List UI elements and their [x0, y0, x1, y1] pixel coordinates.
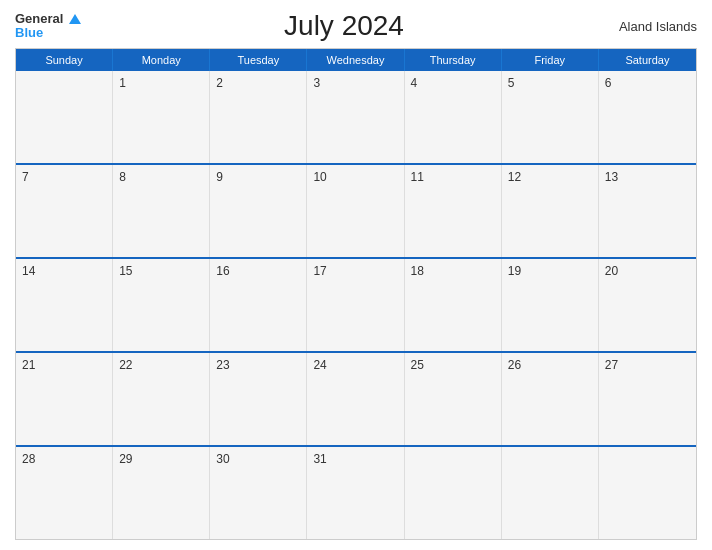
logo-general-text: General	[15, 11, 63, 26]
cal-cell-w0-d0	[16, 71, 113, 163]
day-number: 21	[22, 358, 35, 372]
calendar-week-1: 123456	[16, 71, 696, 163]
day-number: 4	[411, 76, 418, 90]
day-number: 20	[605, 264, 618, 278]
cal-cell-w0-d1: 1	[113, 71, 210, 163]
cal-cell-w1-d2: 9	[210, 165, 307, 257]
cal-cell-w0-d2: 2	[210, 71, 307, 163]
cal-cell-w3-d6: 27	[599, 353, 696, 445]
cal-cell-w1-d6: 13	[599, 165, 696, 257]
cal-cell-w2-d5: 19	[502, 259, 599, 351]
day-number: 30	[216, 452, 229, 466]
header-tuesday: Tuesday	[210, 49, 307, 71]
cal-cell-w3-d1: 22	[113, 353, 210, 445]
header-monday: Monday	[113, 49, 210, 71]
cal-cell-w3-d0: 21	[16, 353, 113, 445]
cal-cell-w2-d4: 18	[405, 259, 502, 351]
cal-cell-w2-d0: 14	[16, 259, 113, 351]
day-number: 10	[313, 170, 326, 184]
header-saturday: Saturday	[599, 49, 696, 71]
cal-cell-w1-d4: 11	[405, 165, 502, 257]
day-number: 15	[119, 264, 132, 278]
day-number: 9	[216, 170, 223, 184]
day-number: 12	[508, 170, 521, 184]
logo-line2: Blue	[15, 26, 81, 40]
cal-cell-w4-d0: 28	[16, 447, 113, 539]
calendar-body: 1234567891011121314151617181920212223242…	[16, 71, 696, 539]
day-number: 11	[411, 170, 424, 184]
day-number: 7	[22, 170, 29, 184]
calendar-week-2: 78910111213	[16, 163, 696, 257]
day-number: 26	[508, 358, 521, 372]
cal-cell-w2-d3: 17	[307, 259, 404, 351]
calendar: Sunday Monday Tuesday Wednesday Thursday…	[15, 48, 697, 540]
cal-cell-w0-d6: 6	[599, 71, 696, 163]
cal-cell-w3-d3: 24	[307, 353, 404, 445]
cal-cell-w1-d0: 7	[16, 165, 113, 257]
page-header: General Blue July 2024 Aland Islands	[15, 10, 697, 48]
day-number: 23	[216, 358, 229, 372]
calendar-page: General Blue July 2024 Aland Islands Sun…	[0, 0, 712, 550]
day-number: 2	[216, 76, 223, 90]
cal-cell-w4-d6	[599, 447, 696, 539]
day-number: 22	[119, 358, 132, 372]
cal-cell-w3-d2: 23	[210, 353, 307, 445]
day-number: 8	[119, 170, 126, 184]
day-number: 1	[119, 76, 126, 90]
day-number: 14	[22, 264, 35, 278]
day-number: 24	[313, 358, 326, 372]
cal-cell-w4-d3: 31	[307, 447, 404, 539]
cal-cell-w0-d4: 4	[405, 71, 502, 163]
header-thursday: Thursday	[405, 49, 502, 71]
day-number: 28	[22, 452, 35, 466]
header-friday: Friday	[502, 49, 599, 71]
day-number: 5	[508, 76, 515, 90]
cal-cell-w3-d4: 25	[405, 353, 502, 445]
day-number: 13	[605, 170, 618, 184]
day-number: 3	[313, 76, 320, 90]
day-number: 29	[119, 452, 132, 466]
cal-cell-w2-d2: 16	[210, 259, 307, 351]
logo-blue-text: Blue	[15, 25, 43, 40]
day-number: 17	[313, 264, 326, 278]
day-number: 31	[313, 452, 326, 466]
calendar-week-4: 21222324252627	[16, 351, 696, 445]
day-number: 18	[411, 264, 424, 278]
cal-cell-w2-d6: 20	[599, 259, 696, 351]
day-number: 19	[508, 264, 521, 278]
day-number: 6	[605, 76, 612, 90]
cal-cell-w4-d5	[502, 447, 599, 539]
cal-cell-w0-d5: 5	[502, 71, 599, 163]
day-number: 25	[411, 358, 424, 372]
calendar-header: Sunday Monday Tuesday Wednesday Thursday…	[16, 49, 696, 71]
logo: General Blue	[15, 12, 81, 41]
cal-cell-w4-d2: 30	[210, 447, 307, 539]
calendar-week-3: 14151617181920	[16, 257, 696, 351]
day-number: 16	[216, 264, 229, 278]
logo-line1: General	[15, 12, 81, 26]
header-sunday: Sunday	[16, 49, 113, 71]
logo-triangle-icon	[69, 14, 81, 24]
cal-cell-w4-d4	[405, 447, 502, 539]
calendar-week-5: 28293031	[16, 445, 696, 539]
month-title: July 2024	[81, 10, 607, 42]
cal-cell-w2-d1: 15	[113, 259, 210, 351]
cal-cell-w0-d3: 3	[307, 71, 404, 163]
cal-cell-w1-d1: 8	[113, 165, 210, 257]
cal-cell-w3-d5: 26	[502, 353, 599, 445]
cal-cell-w1-d3: 10	[307, 165, 404, 257]
region-label: Aland Islands	[607, 19, 697, 34]
cal-cell-w1-d5: 12	[502, 165, 599, 257]
header-wednesday: Wednesday	[307, 49, 404, 71]
cal-cell-w4-d1: 29	[113, 447, 210, 539]
day-number: 27	[605, 358, 618, 372]
